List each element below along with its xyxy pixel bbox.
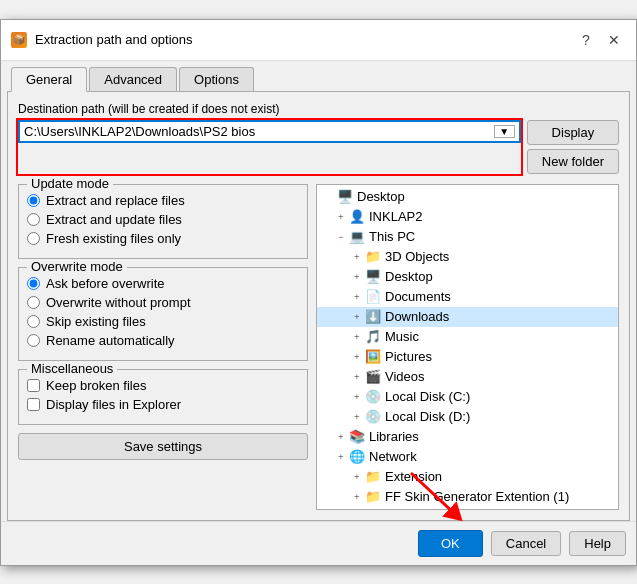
icon-videos: 🎬 <box>365 369 381 385</box>
help-title-button[interactable]: ? <box>574 28 598 52</box>
icon-local-d: 💿 <box>365 409 381 425</box>
overwrite-label-2[interactable]: Overwrite without prompt <box>46 295 191 310</box>
label-desktop: Desktop <box>357 189 405 204</box>
overwrite-option-4: Rename automatically <box>27 333 299 348</box>
cancel-button[interactable]: Cancel <box>491 531 561 556</box>
tab-general[interactable]: General <box>11 67 87 92</box>
dest-label: Destination path (will be created if doe… <box>18 102 619 116</box>
tree-item-local-c[interactable]: + 💿 Local Disk (C:) <box>317 387 618 407</box>
icon-network: 🌐 <box>349 449 365 465</box>
dest-input-container: ▼ <box>18 120 521 174</box>
dest-row: ▼ Display New folder <box>18 120 619 174</box>
label-ff-skin: FF Skin Generator Extention (1) <box>385 489 569 504</box>
label-videos: Videos <box>385 369 425 384</box>
overwrite-label-3[interactable]: Skip existing files <box>46 314 146 329</box>
overwrite-option-2: Overwrite without prompt <box>27 295 299 310</box>
miscellaneous-group: Miscellaneous Keep broken files Display … <box>18 369 308 425</box>
tree-item-thispc[interactable]: − 💻 This PC <box>317 227 618 247</box>
tree-item-inklap2[interactable]: + 👤 INKLAP2 <box>317 207 618 227</box>
tree-item-documents[interactable]: + 📄 Documents <box>317 287 618 307</box>
close-button[interactable]: ✕ <box>602 28 626 52</box>
update-label-2[interactable]: Extract and update files <box>46 212 182 227</box>
overwrite-option-1: Ask before overwrite <box>27 276 299 291</box>
update-mode-group: Update mode Extract and replace files Ex… <box>18 184 308 259</box>
expand-desktop2: + <box>349 269 365 285</box>
tree-item-music[interactable]: + 🎵 Music <box>317 327 618 347</box>
tree-item-local-d[interactable]: + 💿 Local Disk (D:) <box>317 407 618 427</box>
tree-item-pictures[interactable]: + 🖼️ Pictures <box>317 347 618 367</box>
icon-local-c: 💿 <box>365 389 381 405</box>
dest-dropdown-btn[interactable]: ▼ <box>494 125 515 138</box>
expand-local-c: + <box>349 389 365 405</box>
overwrite-mode-content: Ask before overwrite Overwrite without p… <box>27 268 299 348</box>
overwrite-label-4[interactable]: Rename automatically <box>46 333 175 348</box>
label-network: Network <box>369 449 417 464</box>
update-label-3[interactable]: Fresh existing files only <box>46 231 181 246</box>
update-mode-legend: Update mode <box>27 176 113 191</box>
label-downloads: Downloads <box>385 309 449 324</box>
overwrite-label-1[interactable]: Ask before overwrite <box>46 276 165 291</box>
icon-inklap2: 👤 <box>349 209 365 225</box>
expand-videos: + <box>349 369 365 385</box>
tab-advanced[interactable]: Advanced <box>89 67 177 91</box>
icon-extension: 📁 <box>365 469 381 485</box>
help-button[interactable]: Help <box>569 531 626 556</box>
expand-desktop <box>321 189 337 205</box>
tree-item-videos[interactable]: + 🎬 Videos <box>317 367 618 387</box>
update-mode-content: Extract and replace files Extract and up… <box>27 185 299 246</box>
tree-item-downloads[interactable]: + ⬇️ Downloads <box>317 307 618 327</box>
title-bar: 📦 Extraction path and options ? ✕ <box>1 20 636 61</box>
overwrite-radio-1[interactable] <box>27 277 40 290</box>
misc-check-1[interactable] <box>27 379 40 392</box>
update-radio-3[interactable] <box>27 232 40 245</box>
title-bar-controls: ? ✕ <box>574 28 626 52</box>
expand-thispc: − <box>333 229 349 245</box>
update-label-1[interactable]: Extract and replace files <box>46 193 185 208</box>
label-extension: Extension <box>385 469 442 484</box>
ok-button[interactable]: OK <box>418 530 483 557</box>
expand-network: + <box>333 449 349 465</box>
icon-documents: 📄 <box>365 289 381 305</box>
tab-options[interactable]: Options <box>179 67 254 91</box>
tree-item-desktop2[interactable]: + 🖥️ Desktop <box>317 267 618 287</box>
new-folder-button[interactable]: New folder <box>527 149 619 174</box>
bottom-bar: OK Cancel Help <box>1 521 636 565</box>
dialog-title: Extraction path and options <box>35 32 574 47</box>
misc-check-2[interactable] <box>27 398 40 411</box>
misc-label-2[interactable]: Display files in Explorer <box>46 397 181 412</box>
overwrite-mode-group: Overwrite mode Ask before overwrite Over… <box>18 267 308 361</box>
miscellaneous-legend: Miscellaneous <box>27 361 117 376</box>
label-thispc: This PC <box>369 229 415 244</box>
overwrite-radio-2[interactable] <box>27 296 40 309</box>
extraction-dialog: 📦 Extraction path and options ? ✕ Genera… <box>0 19 637 566</box>
expand-pictures: + <box>349 349 365 365</box>
update-option-1: Extract and replace files <box>27 193 299 208</box>
icon-ff-skin: 📁 <box>365 489 381 505</box>
tree-item-extension[interactable]: + 📁 Extension <box>317 467 618 487</box>
tree-item-libraries[interactable]: + 📚 Libraries <box>317 427 618 447</box>
tree-item-network[interactable]: + 🌐 Network <box>317 447 618 467</box>
label-libraries: Libraries <box>369 429 419 444</box>
dest-path-input[interactable] <box>24 124 494 139</box>
left-panel: Update mode Extract and replace files Ex… <box>18 184 308 510</box>
update-option-3: Fresh existing files only <box>27 231 299 246</box>
tree-item-3dobjects[interactable]: + 📁 3D Objects <box>317 247 618 267</box>
expand-documents: + <box>349 289 365 305</box>
folder-tree[interactable]: 🖥️ Desktop + 👤 INKLAP2 − 💻 This PC + 📁 <box>316 184 619 510</box>
icon-downloads: ⬇️ <box>365 309 381 325</box>
update-radio-2[interactable] <box>27 213 40 226</box>
label-music: Music <box>385 329 419 344</box>
update-radio-1[interactable] <box>27 194 40 207</box>
overwrite-radio-3[interactable] <box>27 315 40 328</box>
expand-inklap2: + <box>333 209 349 225</box>
label-3dobjects: 3D Objects <box>385 249 449 264</box>
misc-label-1[interactable]: Keep broken files <box>46 378 146 393</box>
display-button[interactable]: Display <box>527 120 619 145</box>
label-inklap2: INKLAP2 <box>369 209 422 224</box>
save-btn-row: Save settings <box>18 433 308 460</box>
tree-item-desktop[interactable]: 🖥️ Desktop <box>317 187 618 207</box>
tree-item-ff-skin[interactable]: + 📁 FF Skin Generator Extention (1) <box>317 487 618 507</box>
save-settings-button[interactable]: Save settings <box>18 433 308 460</box>
overwrite-radio-4[interactable] <box>27 334 40 347</box>
icon-music: 🎵 <box>365 329 381 345</box>
